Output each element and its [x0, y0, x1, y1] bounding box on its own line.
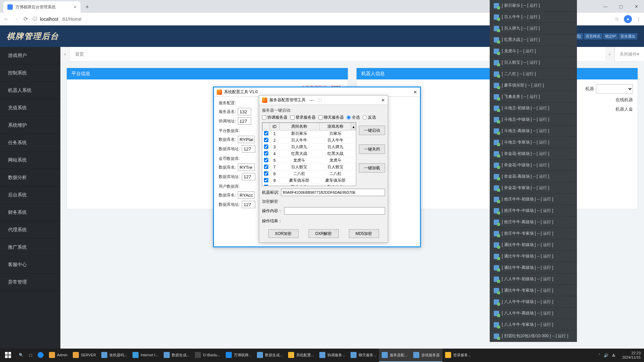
game-status-item[interactable]: [ 通比牛牛-高级场 ] -- [ 运行 ] — [490, 262, 577, 274]
game-status-item[interactable]: [ 八人牛牛-初级场 ] -- [ 运行 ] — [490, 274, 577, 285]
taskbar-app[interactable]: 游戏服务器 — [411, 349, 442, 362]
sidebar-item[interactable]: 网站系统 — [0, 152, 60, 169]
taskbar-app[interactable]: 系统配置... — [285, 349, 317, 362]
volume-icon[interactable]: 🔊 — [604, 353, 608, 358]
machine-id-input[interactable] — [281, 189, 385, 196]
sidebar-item[interactable]: 代理系统 — [0, 221, 60, 239]
game-status-item[interactable]: [ 八人牛牛-高级场 ] -- [ 运行 ] — [490, 308, 577, 319]
taskbar-app[interactable]: 聊天服务... — [348, 349, 379, 362]
invert-radio[interactable]: 反选 — [363, 115, 376, 120]
room-checkbox[interactable] — [264, 151, 268, 156]
game-status-item[interactable]: [ 百人牛牛 ] -- [ 运行 ] — [490, 11, 577, 23]
op-content-input[interactable] — [284, 207, 385, 215]
game-status-item[interactable]: [ 八人牛牛-中级场 ] -- [ 运行 ] — [490, 296, 577, 308]
tabs-scroll-right[interactable]: » — [605, 47, 614, 62]
new-tab-button[interactable]: + — [83, 2, 92, 12]
taskbar-app[interactable]: D:\Baidu... — [192, 349, 223, 362]
close-button[interactable]: ✕ — [629, 0, 644, 13]
op-result-input[interactable] — [284, 217, 385, 225]
sidebar-item[interactable]: 充值系统 — [0, 99, 60, 117]
sidebar-item[interactable]: 控制系统 — [0, 64, 60, 82]
sidebar-item[interactable]: 异常管理 — [0, 274, 60, 291]
room-checkbox[interactable] — [264, 158, 268, 162]
game-status-item[interactable]: [ 诈金花-专家场 ] -- [ 运行 ] — [490, 182, 577, 194]
taskbar-app[interactable]: Internet I... — [130, 349, 161, 362]
one-key-load-button[interactable]: 一键加载 — [359, 163, 385, 173]
md5-encrypt-button[interactable]: MD5加密 — [349, 229, 379, 238]
game-status-item[interactable]: [ 诈金花-初级场 ] -- [ 运行 ] — [490, 148, 577, 160]
game-status-item[interactable]: [ 通比牛牛-中级场 ] -- [ 运行 ] — [490, 251, 577, 262]
sidebar-item[interactable]: 机器人系统 — [0, 82, 60, 99]
taskbar-app[interactable]: 登录服务... — [442, 349, 474, 362]
chat-server-checkbox[interactable]: 聊天服务器 — [318, 115, 344, 120]
maximize-button[interactable]: ▢ — [613, 0, 629, 13]
table-row[interactable]: 10飞禽走兽飞禽走兽 — [263, 184, 356, 186]
game-status-item[interactable]: [ 新百家乐 ] -- [ 运行 ] — [490, 0, 577, 11]
taskbar-app[interactable]: 改机器码... — [99, 349, 130, 362]
sidebar-item[interactable]: 数据分析 — [0, 169, 60, 186]
tray-chevron-icon[interactable]: ˄ — [598, 353, 600, 358]
table-row[interactable]: 8二八杠二八杠 — [263, 171, 356, 177]
game-status-item[interactable]: [ 通比牛牛-初级场 ] -- [ 运行 ] — [490, 239, 577, 251]
table-row[interactable]: 1新百家乐百家乐 — [263, 130, 356, 137]
browser-tab[interactable]: 万博棋牌后台管理系统 × — [3, 1, 80, 13]
room-checkbox[interactable] — [264, 165, 268, 169]
game-status-item[interactable]: [ 抢庄牛牛-高级场 ] -- [ 运行 ] — [490, 217, 577, 228]
room-checkbox[interactable] — [264, 178, 268, 182]
sidebar-item[interactable]: 客服中心 — [0, 256, 60, 274]
site-info-icon[interactable]: ⓘ — [33, 16, 37, 22]
game-status-item[interactable]: [ 红黑大战 ] -- [ 运行 ] — [490, 34, 577, 46]
sidebar-item[interactable]: 推广系统 — [0, 239, 60, 256]
forward-button[interactable]: → — [13, 16, 19, 22]
one-key-close-button[interactable]: 一键关闭 — [359, 144, 385, 154]
search-button[interactable]: 🔍 — [16, 349, 26, 362]
dialog-close-icon[interactable]: ✕ — [413, 89, 417, 95]
profile-avatar[interactable]: ● — [624, 15, 632, 23]
room-checkbox[interactable] — [264, 131, 268, 135]
taskbar-app[interactable]: SERVER — [70, 349, 99, 362]
taskbar-app[interactable]: Admin — [46, 349, 70, 362]
game-status-item[interactable]: [ 扫雷红包10包1倍/10-300 ] -- [ 运行 ] — [490, 330, 577, 342]
table-row[interactable]: 9豪车俱乐部豪车俱乐部 — [263, 177, 356, 184]
game-status-item[interactable]: [ 斗地主-初级场 ] -- [ 运行 ] — [490, 103, 577, 114]
login-server-checkbox[interactable]: 登录服务器 — [290, 115, 316, 120]
select-all-radio[interactable]: 全选 — [346, 115, 360, 120]
game-status-item[interactable]: [ 抢庄牛牛-中级场 ] -- [ 运行 ] — [490, 205, 577, 217]
plat-db-name-input[interactable] — [238, 136, 255, 143]
game-status-item[interactable]: [ 通比牛牛-专家场 ] -- [ 运行 ] — [490, 285, 577, 296]
back-button[interactable]: ← — [3, 16, 9, 22]
gold-db-addr-input[interactable] — [242, 173, 255, 180]
user-db-name-input[interactable] — [238, 191, 255, 199]
game-status-item[interactable]: [ 飞禽走兽 ] -- [ 运行 ] — [490, 91, 577, 103]
room-checkbox[interactable] — [264, 144, 268, 149]
table-row[interactable]: 3百人牌九百人牌九 — [263, 144, 356, 150]
dialog-close-icon[interactable]: ✕ — [381, 98, 385, 103]
game-status-item[interactable]: [ 抢庄牛牛-专家场 ] -- [ 运行 ] — [490, 228, 577, 239]
coord-addr-input[interactable] — [238, 117, 251, 125]
bookmark-icon[interactable]: ☆ — [614, 16, 619, 22]
game-status-item[interactable]: [ 豪车俱乐部 ] -- [ 运行 ] — [490, 80, 577, 91]
task-view-button[interactable]: ▢ — [26, 349, 35, 362]
room-checkbox[interactable] — [264, 185, 268, 186]
banner-link[interactable]: 语言样式 — [584, 33, 602, 40]
start-button[interactable] — [0, 349, 16, 362]
plat-db-addr-input[interactable] — [242, 145, 255, 153]
sidebar-item[interactable]: 财务系统 — [0, 204, 60, 221]
room-checkbox[interactable] — [264, 171, 268, 176]
taskbar-clock[interactable]: 22:23 2024/11/15 — [619, 351, 644, 360]
dialog-minimize-icon[interactable]: — — [310, 98, 314, 103]
banner-link[interactable]: 安全退出 — [619, 33, 637, 40]
room-checkbox[interactable] — [264, 138, 268, 142]
xor-encrypt-button[interactable]: XOR加密 — [268, 229, 299, 238]
table-row[interactable]: 5龙虎斗龙虎斗 — [263, 157, 356, 164]
dialog-maximize-icon[interactable]: ▢ — [318, 98, 322, 103]
game-status-item[interactable]: [ 龙虎斗 ] -- [ 运行 ] — [490, 46, 577, 57]
sidebar-item[interactable]: 后台系统 — [0, 186, 60, 204]
banner-link[interactable]: 锁定IP — [603, 33, 618, 40]
taskbar-app[interactable]: 数据生成... — [161, 349, 192, 362]
game-status-item[interactable]: [ 斗地主-高级场 ] -- [ 运行 ] — [490, 125, 577, 137]
taskbar-app[interactable]: 服务器配... — [379, 349, 410, 362]
coord-server-checkbox[interactable]: 协调服务器 — [262, 115, 287, 120]
game-status-item[interactable]: [ 斗地主-中级场 ] -- [ 运行 ] — [490, 114, 577, 125]
game-status-item[interactable]: [ 八人牛牛-专家场 ] -- [ 运行 ] — [490, 319, 577, 330]
